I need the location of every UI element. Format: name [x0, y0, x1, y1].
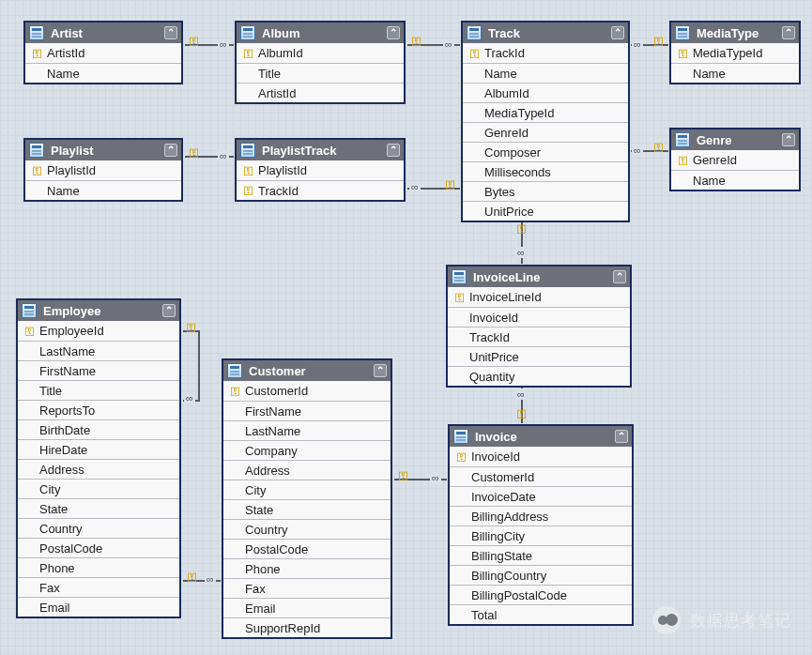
table-invoiceline[interactable]: InvoiceLine⌃⚿InvoiceLineIdInvoiceIdTrack…	[446, 265, 632, 388]
table-icon	[453, 429, 468, 444]
column-row[interactable]: HireDate	[18, 439, 179, 459]
column-row[interactable]: ⚿InvoiceLineId	[448, 287, 630, 307]
column-row[interactable]: BillingAddress	[450, 506, 632, 526]
column-row[interactable]: ⚿InvoiceId	[450, 447, 632, 466]
table-header[interactable]: Customer⌃	[223, 360, 391, 381]
column-row[interactable]: ⚿AlbumId	[237, 43, 404, 63]
column-row[interactable]: ⚿TrackId	[237, 180, 404, 200]
column-row[interactable]: ⚿GenreId	[671, 150, 799, 170]
column-row[interactable]: ⚿CustomerId	[223, 381, 391, 401]
column-row[interactable]: State	[18, 498, 179, 518]
table-artist[interactable]: Artist⌃⚿ArtistIdName	[23, 21, 183, 84]
table-playlist[interactable]: Playlist⌃⚿PlaylistIdName	[23, 138, 183, 202]
collapse-icon[interactable]: ⌃	[164, 26, 177, 39]
column-row[interactable]: Title	[237, 63, 404, 83]
table-header[interactable]: PlaylistTrack⌃	[237, 140, 404, 160]
column-row[interactable]: Address	[18, 459, 179, 479]
column-row[interactable]: ⚿MediaTypeId	[671, 43, 799, 63]
column-row[interactable]: BirthDate	[18, 419, 179, 439]
table-header[interactable]: Track⌃	[463, 23, 628, 43]
column-row[interactable]: FirstName	[223, 401, 391, 420]
column-row[interactable]: Fax	[18, 577, 179, 597]
column-row[interactable]: InvoiceDate	[450, 486, 632, 506]
column-row[interactable]: Phone	[223, 558, 391, 578]
collapse-icon[interactable]: ⌃	[782, 26, 795, 39]
table-track[interactable]: Track⌃⚿TrackIdNameAlbumIdMediaTypeIdGenr…	[461, 21, 630, 222]
column-row[interactable]: ⚿EmployeeId	[18, 321, 179, 341]
column-row[interactable]: LastName	[18, 341, 179, 360]
table-customer[interactable]: Customer⌃⚿CustomerIdFirstNameLastNameCom…	[222, 358, 392, 639]
column-row[interactable]: City	[18, 479, 179, 498]
column-row[interactable]: GenreId	[463, 122, 628, 142]
column-row[interactable]: UnitPrice	[448, 346, 630, 366]
column-row[interactable]: Company	[223, 440, 391, 460]
column-row[interactable]: ⚿ArtistId	[25, 43, 181, 63]
column-row[interactable]: BillingPostalCode	[450, 585, 632, 604]
table-genre[interactable]: Genre⌃⚿GenreIdName	[669, 128, 801, 191]
column-row[interactable]: BillingCity	[450, 526, 632, 545]
collapse-icon[interactable]: ⌃	[613, 270, 626, 283]
column-row[interactable]: UnitPrice	[463, 201, 628, 221]
column-row[interactable]: BillingCountry	[450, 565, 632, 585]
column-row[interactable]: Name	[671, 63, 799, 83]
collapse-icon[interactable]: ⌃	[387, 144, 400, 157]
column-row[interactable]: Name	[463, 63, 628, 83]
column-row[interactable]: Title	[18, 380, 179, 400]
column-row[interactable]: ⚿TrackId	[463, 43, 628, 63]
column-row[interactable]: Phone	[18, 557, 179, 577]
collapse-icon[interactable]: ⌃	[374, 364, 387, 377]
column-row[interactable]: Address	[223, 460, 391, 480]
column-row[interactable]: City	[223, 480, 391, 499]
collapse-icon[interactable]: ⌃	[164, 144, 177, 157]
table-mediatype[interactable]: MediaType⌃⚿MediaTypeIdName	[669, 21, 801, 84]
table-header[interactable]: Album⌃	[237, 23, 404, 43]
column-row[interactable]: BillingState	[450, 545, 632, 565]
table-header[interactable]: MediaType⌃	[671, 23, 799, 43]
column-row[interactable]: Bytes	[463, 181, 628, 201]
table-header[interactable]: Playlist⌃	[25, 140, 181, 160]
table-header[interactable]: Invoice⌃	[450, 426, 632, 447]
table-icon	[29, 143, 44, 158]
collapse-icon[interactable]: ⌃	[387, 26, 400, 39]
table-header[interactable]: Employee⌃	[18, 300, 179, 321]
table-playlisttrack[interactable]: PlaylistTrack⌃⚿PlaylistId⚿TrackId	[235, 138, 406, 202]
column-row[interactable]: CustomerId	[450, 466, 632, 486]
table-header[interactable]: Artist⌃	[25, 23, 181, 43]
column-row[interactable]: Email	[223, 598, 391, 617]
column-row[interactable]: Email	[18, 597, 179, 617]
column-row[interactable]: Name	[25, 180, 181, 200]
collapse-icon[interactable]: ⌃	[162, 304, 176, 317]
column-row[interactable]: PostalCode	[18, 538, 179, 557]
column-row[interactable]: AlbumId	[463, 83, 628, 102]
column-row[interactable]: ⚿PlaylistId	[237, 160, 404, 180]
watermark: 数据思考笔记	[652, 606, 791, 634]
table-album[interactable]: Album⌃⚿AlbumIdTitleArtistId	[235, 21, 406, 104]
table-employee[interactable]: Employee⌃⚿EmployeeIdLastNameFirstNameTit…	[16, 298, 181, 618]
column-row[interactable]: Composer	[463, 142, 628, 161]
column-row[interactable]: Quantity	[448, 366, 630, 386]
column-row[interactable]: ⚿PlaylistId	[25, 160, 181, 180]
table-header[interactable]: InvoiceLine⌃	[448, 267, 630, 287]
column-row[interactable]: ReportsTo	[18, 400, 179, 419]
collapse-icon[interactable]: ⌃	[782, 133, 795, 146]
table-invoice[interactable]: Invoice⌃⚿InvoiceIdCustomerIdInvoiceDateB…	[448, 424, 634, 626]
column-row[interactable]: Fax	[223, 578, 391, 598]
collapse-icon[interactable]: ⌃	[611, 26, 624, 39]
column-row[interactable]: Total	[450, 604, 632, 624]
table-header[interactable]: Genre⌃	[671, 129, 799, 150]
column-row[interactable]: Milliseconds	[463, 161, 628, 181]
collapse-icon[interactable]: ⌃	[615, 430, 628, 443]
column-row[interactable]: FirstName	[18, 360, 179, 380]
column-row[interactable]: ArtistId	[237, 83, 404, 102]
column-row[interactable]: PostalCode	[223, 539, 391, 558]
column-row[interactable]: State	[223, 499, 391, 519]
column-row[interactable]: MediaTypeId	[463, 102, 628, 122]
column-row[interactable]: LastName	[223, 420, 391, 440]
column-row[interactable]: Name	[25, 63, 181, 83]
column-row[interactable]: SupportRepId	[223, 617, 391, 637]
column-row[interactable]: Name	[671, 170, 799, 190]
column-row[interactable]: Country	[223, 519, 391, 539]
column-row[interactable]: Country	[18, 518, 179, 538]
column-row[interactable]: InvoiceId	[448, 307, 630, 327]
column-row[interactable]: TrackId	[448, 327, 630, 346]
